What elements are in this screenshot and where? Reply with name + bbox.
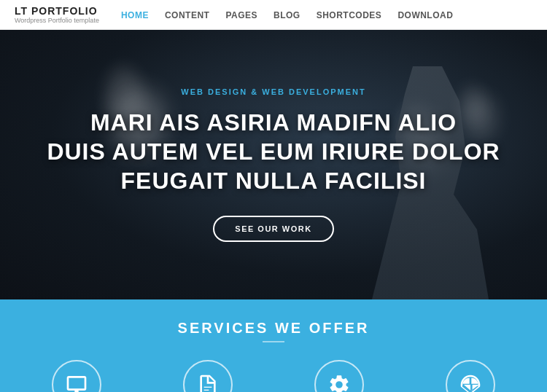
nav-links: HOME CONTENT PAGES BLOG SHORTCODES DOWNL… [121,8,453,21]
service-icon-document [183,360,233,392]
service-icon-monitor [52,360,101,392]
service-item-creative: Creative Design [288,360,390,392]
service-icon-gear [314,360,364,392]
gear-icon [327,373,351,392]
document-icon [196,373,220,392]
hero-subtitle: WEB DESIGN & WEB DEVELOPMENT [47,87,500,96]
nav-pages[interactable]: PAGES [225,10,257,20]
monitor-icon [65,373,88,392]
service-item-web-development: Web Development [26,360,128,392]
services-section: SERVICES WE OFFER Web Development UI/UX … [0,299,547,392]
services-divider [263,341,284,342]
hero-title-line1: MARI AIS ASIRIA MADIFN ALIO [47,108,500,137]
navbar: LT PORTFOLIO Wordpress Portfolio templat… [0,0,547,30]
nav-home[interactable]: HOME [121,10,149,20]
nav-content[interactable]: CONTENT [165,10,210,20]
nav-shortcodes[interactable]: SHORTCODES [317,10,382,20]
hero-title-line3: FEUGAIT NULLA FACILISI [47,166,500,195]
services-title: SERVICES WE OFFER [15,320,532,337]
hero-title: MARI AIS ASIRIA MADIFN ALIO DUIS AUTEM V… [47,108,500,195]
hero-title-line2: DUIS AUTEM VEL EUM IRIURE DOLOR [47,137,500,166]
services-grid: Web Development UI/UX Design Creative De… [15,360,532,392]
service-item-security: Web Security [419,360,521,392]
brand-subtitle: Wordpress Portfolio template [15,17,99,24]
brand-title: LT PORTFOLIO [15,5,99,17]
hero-content: WEB DESIGN & WEB DEVELOPMENT MARI AIS AS… [18,87,529,242]
brand: LT PORTFOLIO Wordpress Portfolio templat… [15,5,99,24]
service-icon-umbrella [446,360,495,392]
nav-blog[interactable]: BLOG [274,10,300,20]
nav-download[interactable]: DOWNLOAD [397,10,453,20]
umbrella-icon [459,373,482,392]
hero-section: WEB DESIGN & WEB DEVELOPMENT MARI AIS AS… [0,30,547,299]
hero-cta-button[interactable]: SEE OUR WORK [213,216,333,242]
service-item-uiux: UI/UX Design [157,360,259,392]
